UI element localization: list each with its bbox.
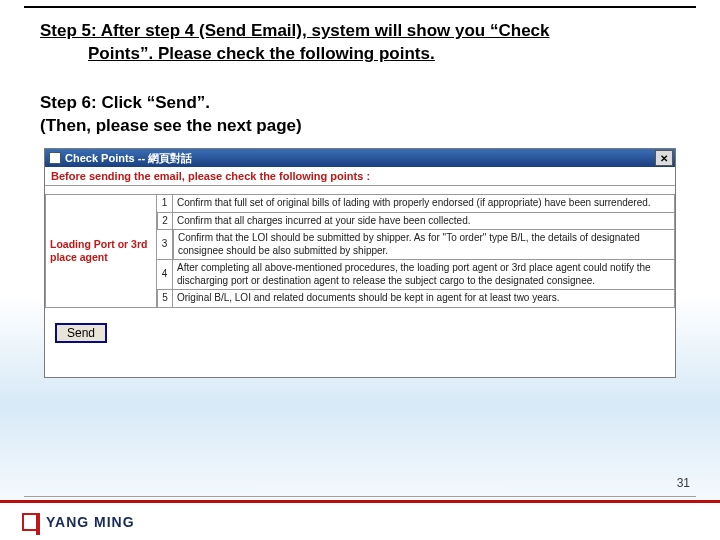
- step5-line2: Points”. Please check the following poin…: [40, 43, 660, 66]
- role-label: Loading Port or 3rd place agent: [45, 195, 157, 308]
- slide: Step 5: After step 4 (Send Email), syste…: [0, 0, 720, 540]
- check-points-dialog: Check Points -- 網頁對話 ✕ Before sending th…: [44, 148, 676, 378]
- row-num: 2: [157, 213, 173, 231]
- page-number: 31: [677, 476, 690, 490]
- dialog-instruction: Before sending the email, please check t…: [45, 167, 675, 186]
- brand-mark-icon: [22, 513, 40, 531]
- send-area: Send: [55, 323, 107, 343]
- step6-text: Step 6: Click “Send”. (Then, please see …: [40, 92, 660, 138]
- brand-text: YANG MING: [46, 514, 135, 530]
- row-num: 1: [157, 195, 173, 213]
- close-button[interactable]: ✕: [655, 150, 673, 166]
- row-text: Confirm that all charges incurred at you…: [173, 213, 675, 231]
- send-button[interactable]: Send: [55, 323, 107, 343]
- row-text: Confirm that full set of original bills …: [173, 195, 675, 213]
- brand-logo: YANG MING: [22, 513, 135, 531]
- footer-separator: [24, 496, 696, 497]
- top-rule: [24, 6, 696, 8]
- checkpoints-table: Loading Port or 3rd place agent 1 Confir…: [45, 194, 675, 308]
- row-num: 4: [157, 260, 173, 290]
- row-num: 3: [157, 230, 173, 260]
- step6-line2: (Then, please see the next page): [40, 115, 660, 138]
- row-num: 5: [157, 290, 173, 308]
- row-text: After completing all above-mentioned pro…: [173, 260, 675, 290]
- step5-line1: Step 5: After step 4 (Send Email), syste…: [40, 21, 550, 40]
- step6-line1: Step 6: Click “Send”.: [40, 92, 660, 115]
- step5-text: Step 5: After step 4 (Send Email), syste…: [40, 20, 660, 66]
- row-text: Original B/L, LOI and related documents …: [173, 290, 675, 308]
- footer-bar: YANG MING: [0, 500, 720, 540]
- app-icon: [49, 152, 61, 164]
- close-icon: ✕: [660, 153, 668, 164]
- row-text: Confirm that the LOI should be submitted…: [173, 230, 675, 260]
- dialog-titlebar: Check Points -- 網頁對話 ✕: [45, 149, 675, 167]
- dialog-title: Check Points -- 網頁對話: [65, 151, 192, 166]
